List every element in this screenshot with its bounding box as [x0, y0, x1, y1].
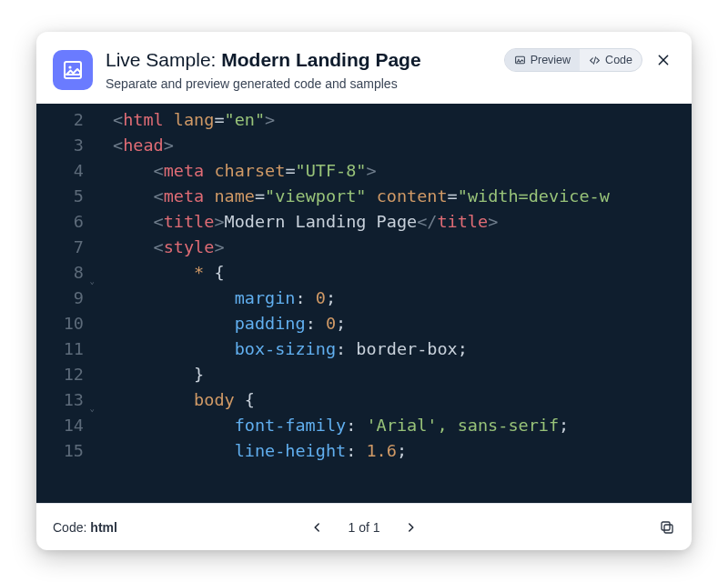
- fold-chevron-icon[interactable]: ⌄: [90, 268, 95, 294]
- copy-button[interactable]: [659, 519, 675, 536]
- panel-footer: Code: html 1 of 1: [36, 503, 692, 550]
- code-line: * {: [113, 260, 692, 286]
- chevron-left-icon: [310, 521, 323, 534]
- footer-code-label: Code:: [53, 520, 86, 535]
- title-prefix: Live Sample:: [106, 49, 221, 70]
- tab-preview[interactable]: Preview: [505, 49, 580, 71]
- close-button[interactable]: [652, 48, 675, 72]
- prev-button[interactable]: [308, 518, 326, 537]
- line-number: 5: [36, 184, 84, 209]
- line-number: 3: [36, 133, 84, 158]
- page-indicator: 1 of 1: [348, 520, 379, 535]
- line-number: 4: [36, 158, 84, 184]
- view-toggle: Preview Code: [504, 48, 642, 72]
- svg-point-1: [68, 65, 71, 68]
- code-line: <meta name="viewport" content="width=dev…: [113, 184, 692, 209]
- line-number: 14: [36, 413, 84, 438]
- line-gutter: 2345678⌄910111213⌄1415: [36, 104, 93, 503]
- code-line: <meta charset="UTF-8">: [113, 158, 692, 184]
- live-sample-panel: Live Sample: Modern Landing Page Separat…: [36, 32, 692, 550]
- panel-subtitle: Separate and preview generated code and …: [106, 76, 491, 91]
- tab-code-label: Code: [605, 54, 632, 66]
- line-number: 12: [36, 362, 84, 387]
- svg-rect-5: [662, 522, 670, 530]
- title-strong: Modern Landing Page: [221, 49, 420, 70]
- close-icon: [656, 53, 671, 67]
- line-number: 7: [36, 235, 84, 260]
- copy-icon: [659, 519, 675, 536]
- line-number: 11: [36, 336, 84, 362]
- line-number: 8⌄: [36, 260, 84, 286]
- line-number: 13⌄: [36, 387, 84, 413]
- line-number: 9: [36, 286, 84, 311]
- code-line: <style>: [113, 235, 692, 260]
- code-line: <head>: [113, 133, 692, 158]
- svg-rect-4: [664, 525, 672, 533]
- code-icon: [589, 55, 601, 66]
- preview-icon: [514, 55, 526, 66]
- code-line: line-height: 1.6;: [113, 438, 692, 464]
- image-frame-icon: [62, 59, 84, 81]
- tab-preview-label: Preview: [531, 54, 571, 66]
- code-line: padding: 0;: [113, 311, 692, 336]
- header-actions: Preview Code: [504, 48, 675, 72]
- code-line: <title>Modern Landing Page</title>: [113, 209, 692, 235]
- app-icon: [53, 50, 93, 90]
- code-editor[interactable]: 2345678⌄910111213⌄1415 <html lang="en"><…: [36, 104, 692, 503]
- line-number: 15: [36, 438, 84, 464]
- code-line: margin: 0;: [113, 286, 692, 311]
- code-line: <html lang="en">: [113, 107, 692, 133]
- code-content: <html lang="en"><head> <meta charset="UT…: [93, 104, 692, 503]
- line-number: 10: [36, 311, 84, 336]
- code-line: font-family: 'Arial', sans-serif;: [113, 413, 692, 438]
- line-number: 6: [36, 209, 84, 235]
- line-number: 2: [36, 107, 84, 133]
- titles: Live Sample: Modern Landing Page Separat…: [106, 48, 491, 91]
- panel-title: Live Sample: Modern Landing Page: [106, 48, 491, 72]
- tab-code[interactable]: Code: [580, 49, 642, 71]
- pager: 1 of 1: [308, 518, 420, 537]
- code-line: body {: [113, 387, 692, 413]
- fold-chevron-icon[interactable]: ⌄: [90, 396, 95, 421]
- panel-header: Live Sample: Modern Landing Page Separat…: [36, 32, 692, 104]
- chevron-right-icon: [405, 521, 418, 534]
- footer-lang: html: [90, 520, 117, 535]
- next-button[interactable]: [402, 518, 420, 537]
- code-line: box-sizing: border-box;: [113, 336, 692, 362]
- code-line: }: [113, 362, 692, 387]
